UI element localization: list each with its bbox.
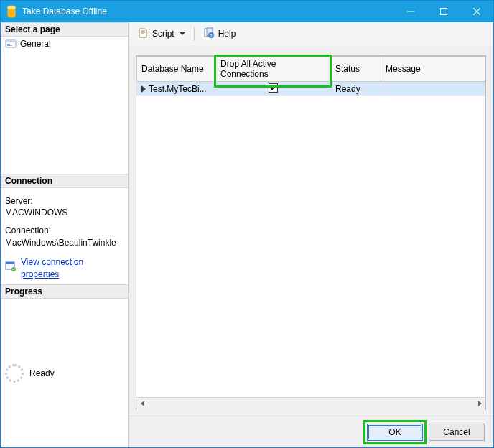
connection-value: MacWindows\BeaulinTwinkle — [5, 237, 124, 249]
script-icon — [137, 27, 149, 41]
server-label: Server: — [5, 195, 124, 207]
help-icon: ? — [203, 27, 215, 41]
horizontal-scrollbar[interactable] — [136, 397, 485, 409]
connection-body: Server: MACWINDOWS Connection: MacWindow… — [1, 188, 128, 285]
cell-db-name-text: Test.MyTecBi... — [149, 84, 207, 94]
left-panel: Select a page General Connection Server:… — [1, 22, 129, 447]
svg-rect-7 — [7, 44, 10, 45]
progress-header: Progress — [1, 284, 128, 299]
view-connection-properties-link[interactable]: View connection properties — [21, 256, 124, 281]
scroll-left-arrow-icon[interactable] — [136, 398, 149, 410]
drop-connections-checkbox[interactable] — [269, 83, 278, 93]
col-status[interactable]: Status — [331, 57, 381, 82]
page-item-label: General — [20, 39, 51, 49]
progress-spinner-icon — [5, 364, 24, 383]
right-panel: Script ? Help — [129, 22, 493, 447]
connection-header: Connection — [1, 174, 128, 188]
maximize-button[interactable] — [427, 1, 460, 22]
chevron-down-icon[interactable] — [180, 32, 185, 35]
page-icon — [5, 38, 17, 50]
svg-rect-2 — [441, 9, 447, 15]
pages-list: General — [1, 37, 128, 174]
toolbar-separator — [194, 27, 195, 41]
row-pointer-icon — [141, 85, 146, 93]
col-message[interactable]: Message — [381, 57, 485, 82]
cell-db-name: Test.MyTecBi... — [137, 82, 216, 96]
app-icon — [5, 5, 18, 18]
script-button[interactable]: Script — [134, 26, 188, 42]
minimize-button[interactable] — [394, 1, 427, 22]
ok-button[interactable]: OK — [367, 424, 423, 441]
svg-point-0 — [7, 6, 15, 9]
window-title: Take Database Offline — [22, 6, 394, 17]
help-label: Help — [218, 29, 236, 39]
help-button[interactable]: ? Help — [200, 26, 239, 42]
svg-rect-8 — [7, 45, 12, 46]
scroll-right-arrow-icon[interactable] — [473, 398, 485, 410]
svg-rect-6 — [6, 40, 16, 42]
cell-message — [381, 82, 485, 96]
scroll-track[interactable] — [149, 398, 473, 410]
titlebar[interactable]: Take Database Offline — [1, 1, 493, 22]
server-value: MACWINDOWS — [5, 207, 124, 219]
properties-icon — [5, 261, 17, 276]
page-item-general[interactable]: General — [1, 37, 128, 51]
dialog-window: Take Database Offline Select a page Gene… — [0, 0, 494, 448]
cell-drop-connections[interactable] — [216, 82, 331, 96]
svg-rect-10 — [6, 262, 14, 264]
connection-label: Connection: — [5, 225, 124, 237]
toolbar: Script ? Help — [129, 22, 493, 45]
progress-body: Ready — [1, 299, 128, 447]
col-database-name[interactable]: Database Name — [137, 57, 216, 82]
table-row[interactable]: Test.MyTecBi... Ready — [137, 82, 485, 96]
script-label: Script — [152, 29, 174, 39]
progress-status: Ready — [29, 368, 55, 378]
cell-status: Ready — [331, 82, 381, 96]
dialog-buttons: OK Cancel — [129, 416, 493, 447]
col-drop-connections[interactable]: Drop All Active Connections — [216, 57, 331, 82]
select-page-header: Select a page — [1, 22, 128, 37]
close-button[interactable] — [460, 1, 493, 22]
databases-grid[interactable]: Database Name Drop All Active Connection… — [136, 55, 486, 410]
cancel-button[interactable]: Cancel — [429, 424, 485, 441]
